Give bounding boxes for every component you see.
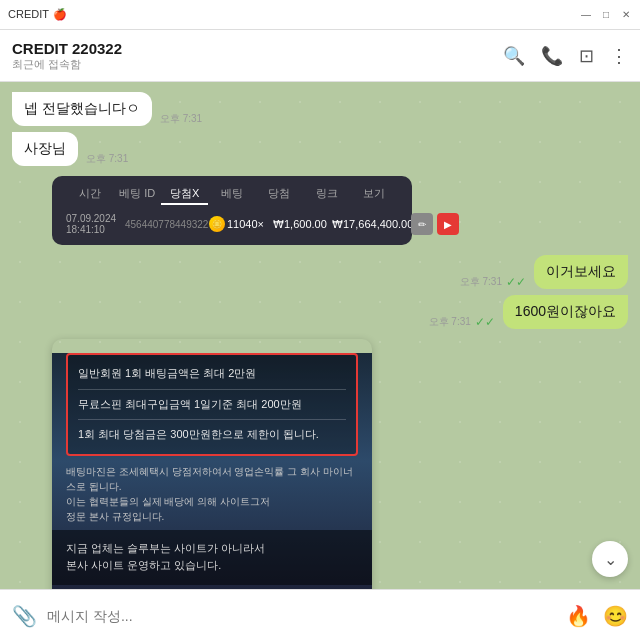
chat-status: 최근에 접속함 — [12, 57, 122, 72]
titlebar-controls: — □ ✕ — [580, 9, 632, 21]
received-message-1: 넵 전달했습니다ㅇ 오후 7:31 — [12, 92, 443, 126]
rule-3: 1회 최대 당첨금은 300만원한으로 제한이 됩니다. — [78, 426, 346, 444]
msg-text-1: 넵 전달했습니다ㅇ — [24, 100, 140, 116]
rules-box: 일반회원 1회 배팅금액은 최대 2만원 무료스핀 최대구입금액 1일기준 최대… — [66, 353, 358, 456]
more-icon[interactable]: ⋮ — [610, 45, 628, 67]
message-input[interactable] — [47, 608, 556, 624]
footer-2: 본사 사이트 운영하고 있습니다. — [66, 557, 358, 575]
titlebar-left: CREDIT 🍎 — [8, 8, 67, 21]
chat-area: 넵 전달했습니다ㅇ 오후 7:31 사장님 오후 7:31 시간 베팅 ID 당… — [0, 82, 640, 589]
bubble-received-2: 사장님 — [12, 132, 78, 166]
msg-time-2: 오후 7:31 — [82, 152, 128, 166]
bet-actions: ✏ ▶ — [411, 213, 459, 235]
sent-message-1: 오후 7:31 ✓✓ 이거보세요 — [460, 255, 628, 289]
sent-text-2: 1600원이잖아요 — [515, 303, 616, 319]
columns-icon[interactable]: ⊡ — [579, 45, 594, 67]
sent-time-2: 오후 7:31 — [429, 315, 471, 329]
bh-time: 시간 — [66, 186, 113, 205]
maximize-btn[interactable]: □ — [600, 9, 612, 21]
rules-card-inner: 일반회원 1회 배팅금액은 최대 2만원 무료스핀 최대구입금액 1일기준 최대… — [52, 353, 372, 589]
bottom-bar: 📎 🔥 😊 — [0, 589, 640, 631]
note-2: 이는 협력분들의 실제 배당에 의해 사이트그저 — [66, 494, 358, 509]
msg-time-1: 오후 7:31 — [156, 112, 202, 126]
bh-multiplier: 당첨X — [161, 186, 208, 205]
multiplier-value: 11040× — [227, 218, 264, 230]
header-info: CREDIT 220322 최근에 접속함 — [12, 40, 122, 72]
sent-message-2: 오후 7:31 ✓✓ 1600원이잖아요 — [429, 295, 628, 329]
note-3: 정문 본사 규정입니다. — [66, 509, 358, 524]
msg-text-2: 사장님 — [24, 140, 66, 156]
bottom-right-icons: 🔥 😊 — [566, 604, 628, 628]
note-1: 배팅마진은 조세혜택시 당점저하여서 영업손익률 그 회사 마이너스로 됩니다. — [66, 464, 358, 494]
messages-container: 넵 전달했습니다ㅇ 오후 7:31 사장님 오후 7:31 시간 베팅 ID 당… — [0, 82, 640, 589]
betting-card-header: 시간 베팅 ID 당첨X 베팅 당첨 링크 보기 — [66, 186, 398, 205]
rules-card-bottom: 지금 업체는 슬루부는 사이트가 아니라서 본사 사이트 운영하고 있습니다. — [52, 530, 372, 585]
chat-name: CREDIT 220322 — [12, 40, 122, 57]
sent-text-1: 이거보세요 — [546, 263, 616, 279]
rules-note: 배팅마진은 조세혜택시 당점저하여서 영업손익률 그 회사 마이너스로 됩니다.… — [66, 464, 358, 524]
rule-2: 무료스핀 최대구입금액 1일기준 최대 200만원 — [78, 396, 346, 414]
bet-id: 456440778449322 — [125, 219, 205, 230]
win-amount: ₩17,664,400.00 — [332, 218, 407, 231]
bet-amount: ₩1,600.00 — [273, 218, 328, 231]
bet-time: 07.09.202418:41:10 — [66, 213, 121, 235]
sent-meta-2: 오후 7:31 ✓✓ — [429, 315, 499, 329]
fire-icon[interactable]: 🔥 — [566, 604, 591, 628]
bh-view: 보기 — [351, 186, 398, 205]
titlebar: CREDIT 🍎 — □ ✕ — [0, 0, 640, 30]
play-btn[interactable]: ▶ — [437, 213, 459, 235]
bubble-sent-1: 이거보세요 — [534, 255, 628, 289]
attach-icon[interactable]: 📎 — [12, 604, 37, 628]
rules-divider-2 — [78, 419, 346, 420]
betting-data-row: 07.09.202418:41:10 456440778449322 🪙 110… — [66, 213, 398, 235]
phone-icon[interactable]: 📞 — [541, 45, 563, 67]
bubble-sent-2: 1600원이잖아요 — [503, 295, 628, 329]
rules-divider-1 — [78, 389, 346, 390]
read-check-2: ✓✓ — [475, 315, 495, 329]
app-name: CREDIT — [8, 8, 49, 21]
scroll-down-button[interactable]: ⌄ — [592, 541, 628, 577]
sent-meta-1: 오후 7:31 ✓✓ — [460, 275, 530, 289]
edit-btn[interactable]: ✏ — [411, 213, 433, 235]
bh-win: 당첨 — [256, 186, 303, 205]
bubble-received-1: 넵 전달했습니다ㅇ — [12, 92, 152, 126]
header-icons: 🔍 📞 ⊡ ⋮ — [503, 45, 628, 67]
chevron-down-icon: ⌄ — [604, 550, 617, 569]
received-message-2: 사장님 오후 7:31 — [12, 132, 443, 166]
rule-1: 일반회원 1회 배팅금액은 최대 2만원 — [78, 365, 346, 383]
footer-1: 지금 업체는 슬루부는 사이트가 아니라서 — [66, 540, 358, 558]
bh-id: 베팅 ID — [113, 186, 160, 205]
close-btn[interactable]: ✕ — [620, 9, 632, 21]
search-icon[interactable]: 🔍 — [503, 45, 525, 67]
bet-multiplier: 🪙 11040× — [209, 216, 269, 232]
chat-header: CREDIT 220322 최근에 접속함 🔍 📞 ⊡ ⋮ — [0, 30, 640, 82]
emoji-icon[interactable]: 😊 — [603, 604, 628, 628]
betting-card: 시간 베팅 ID 당첨X 베팅 당첨 링크 보기 07.09.202418:41… — [52, 176, 412, 245]
coin-icon: 🪙 — [209, 216, 225, 232]
minimize-btn[interactable]: — — [580, 9, 592, 21]
bh-bet: 베팅 — [208, 186, 255, 205]
app-emoji: 🍎 — [53, 8, 67, 21]
rules-card: 일반회원 1회 배팅금액은 최대 2만원 무료스핀 최대구입금액 1일기준 최대… — [52, 339, 372, 589]
read-check-1: ✓✓ — [506, 275, 526, 289]
sent-time-1: 오후 7:31 — [460, 275, 502, 289]
bh-link: 링크 — [303, 186, 350, 205]
